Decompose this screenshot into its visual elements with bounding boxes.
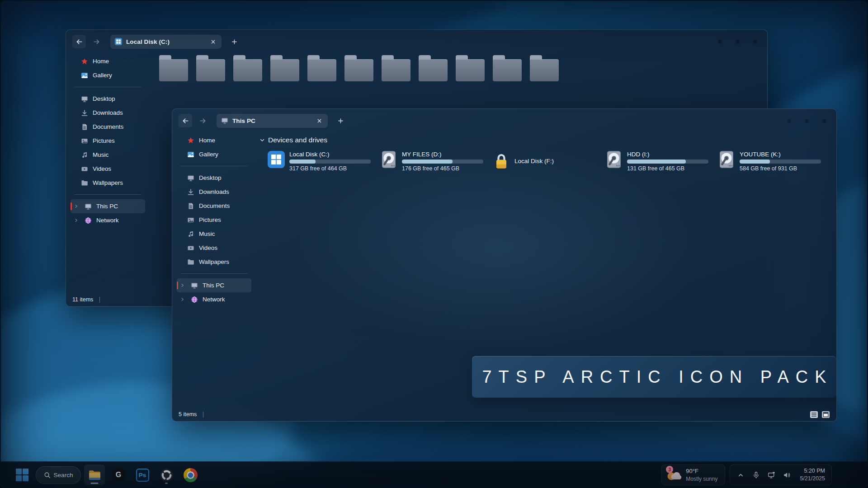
sidebar-item-wallpapers[interactable]: Wallpapers — [177, 255, 251, 269]
logitech-g-icon: G — [112, 468, 126, 482]
sidebar-item-downloads[interactable]: Downloads — [71, 106, 145, 120]
folder-icon[interactable] — [344, 55, 373, 81]
sidebar-item-desktop[interactable]: Desktop — [177, 171, 251, 185]
folder-icon[interactable] — [456, 55, 485, 81]
minimize-button[interactable] — [787, 119, 791, 123]
sidebar-item-network[interactable]: Network — [71, 213, 145, 227]
drive-hdd-i[interactable]: HDD (I:)131 GB free of 465 GB — [605, 150, 717, 172]
back-button[interactable] — [72, 35, 86, 48]
obs-icon — [160, 468, 174, 482]
sidebar: HomeGalleryDesktopDownloadsDocumentsPict… — [172, 132, 256, 408]
drive-youtube-k[interactable]: YOUTUBE (K:)584 GB free of 931 GB — [717, 150, 830, 172]
display-icon — [768, 471, 775, 479]
drive-local-disk-f[interactable]: Local Disk (F:) — [492, 150, 605, 172]
sidebar-item-pictures[interactable]: Pictures — [177, 213, 251, 227]
speaker-icon — [783, 471, 791, 479]
folder-icon[interactable] — [159, 55, 188, 81]
sidebar-item-documents[interactable]: Documents — [71, 120, 145, 134]
folder-icon[interactable] — [196, 55, 225, 81]
close-tab-button[interactable] — [209, 38, 217, 46]
section-devices-and-drives[interactable]: Devices and drives — [256, 132, 836, 144]
drive-my-files-d[interactable]: MY FILES (D:)176 GB free of 465 GB — [380, 150, 492, 172]
drive-local-disk-c[interactable]: Local Disk (C:)317 GB free of 464 GB — [267, 150, 380, 172]
sidebar-item-music[interactable]: Music — [177, 227, 251, 241]
sidebar-item-videos[interactable]: Videos — [177, 241, 251, 255]
folder-icon[interactable] — [530, 55, 559, 81]
folder-icon[interactable] — [382, 55, 410, 81]
sidebar-item-gallery[interactable]: Gallery — [177, 147, 251, 161]
display-cast-button[interactable] — [767, 471, 775, 479]
microphone-button[interactable] — [752, 471, 760, 479]
banner-text: 7TSP ARCTIC ICON PACK — [475, 367, 833, 387]
music-icon — [80, 151, 88, 159]
maximize-button[interactable] — [805, 119, 809, 123]
windows-drive-icon — [267, 150, 285, 169]
search-input[interactable]: Search — [36, 466, 81, 484]
sidebar-item-label: This PC — [203, 282, 224, 289]
new-tab-button[interactable] — [228, 35, 241, 48]
folder-icon — [80, 179, 88, 187]
taskbar-app-obs[interactable] — [156, 465, 177, 485]
minimize-button[interactable] — [718, 40, 722, 44]
sidebar-item-this-pc[interactable]: This PC — [177, 278, 251, 292]
folder-icon[interactable] — [307, 55, 336, 81]
sidebar-item-gallery[interactable]: Gallery — [71, 68, 145, 82]
file-explorer-icon — [88, 468, 102, 482]
forward-button[interactable] — [196, 114, 209, 127]
microphone-icon — [752, 471, 760, 479]
sidebar-separator — [180, 273, 248, 274]
sidebar-item-this-pc[interactable]: This PC — [71, 199, 145, 213]
chevron-right-icon[interactable] — [72, 217, 80, 224]
pictures-icon — [187, 216, 194, 224]
taskbar-app-chrome[interactable] — [180, 465, 201, 485]
this-pc-icon — [190, 282, 198, 289]
sidebar-item-videos[interactable]: Videos — [71, 162, 145, 176]
sidebar-item-desktop[interactable]: Desktop — [71, 92, 145, 106]
weather-widget[interactable]: 3 90°F Mostly sunny — [661, 465, 725, 485]
sidebar-item-home[interactable]: Home — [71, 54, 145, 68]
volume-button[interactable] — [783, 471, 791, 479]
new-tab-button[interactable] — [334, 114, 347, 127]
close-icon — [211, 39, 216, 44]
home-star-icon — [187, 136, 194, 144]
details-view-button[interactable] — [810, 411, 818, 418]
sidebar-item-home[interactable]: Home — [177, 133, 251, 147]
folder-icon[interactable] — [419, 55, 448, 81]
close-window-button[interactable] — [822, 119, 826, 123]
chevron-right-icon[interactable] — [179, 282, 186, 289]
sidebar: HomeGalleryDesktopDownloadsDocumentsPict… — [66, 53, 150, 293]
chevron-right-icon[interactable] — [72, 203, 80, 210]
thumbnail-view-button[interactable] — [821, 411, 830, 418]
folder-icon[interactable] — [270, 55, 299, 81]
sidebar-item-label: Videos — [199, 244, 217, 251]
back-button[interactable] — [179, 114, 192, 127]
folder-icon[interactable] — [233, 55, 262, 81]
maximize-button[interactable] — [736, 40, 740, 44]
sidebar-item-downloads[interactable]: Downloads — [177, 185, 251, 199]
sidebar-item-network[interactable]: Network — [177, 292, 251, 306]
sidebar-item-pictures[interactable]: Pictures — [71, 134, 145, 148]
sidebar-item-label: Gallery — [93, 72, 112, 79]
tab-local-disk-c[interactable]: Local Disk (C:) — [110, 35, 222, 49]
titlebar[interactable]: Local Disk (C:) — [66, 30, 767, 53]
taskbar-app-photoshop[interactable]: Ps — [132, 465, 153, 485]
tab-this-pc[interactable]: This PC — [217, 114, 328, 128]
taskbar-app-file-explorer[interactable] — [84, 465, 105, 485]
sidebar-item-label: Documents — [93, 123, 123, 130]
close-window-button[interactable] — [753, 40, 757, 44]
close-tab-button[interactable] — [315, 117, 323, 125]
sidebar-item-label: Wallpapers — [93, 179, 123, 186]
sidebar-item-documents[interactable]: Documents — [177, 199, 251, 213]
sidebar-item-music[interactable]: Music — [71, 148, 145, 162]
sidebar-item-wallpapers[interactable]: Wallpapers — [71, 176, 145, 190]
forward-button[interactable] — [90, 35, 103, 48]
titlebar[interactable]: This PC — [172, 109, 836, 132]
this-pc-icon — [84, 202, 92, 210]
folder-icon[interactable] — [493, 55, 522, 81]
clock[interactable]: 5:20 PM 5/21/2025 — [800, 467, 825, 483]
start-button[interactable] — [12, 465, 33, 485]
taskbar-app-logitech-g[interactable]: G — [108, 465, 129, 485]
chevron-right-icon[interactable] — [179, 296, 186, 303]
sidebar-separator — [74, 87, 142, 87]
tray-overflow-button[interactable] — [736, 471, 745, 479]
